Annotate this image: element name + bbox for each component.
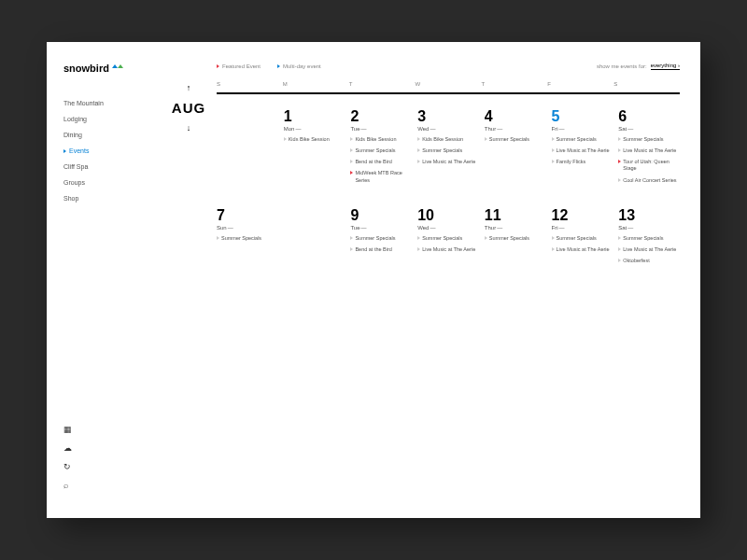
- event-list: Summer Specials: [485, 235, 546, 242]
- featured-flag-icon: [350, 171, 353, 175]
- event-list: Summer Specials: [217, 235, 278, 242]
- event-title: Oktoberfest: [623, 258, 649, 264]
- event-item[interactable]: MidWeek MTB Race Series: [350, 170, 412, 183]
- event-item[interactable]: Live Music at The Aerie: [417, 159, 479, 165]
- calendar-day[interactable]: 13SatSummer SpecialsLive Music at The Ae…: [618, 208, 680, 292]
- calendar-day[interactable]: 9TueSummer SpecialsBend at the Bird: [350, 208, 412, 292]
- weather-icon[interactable]: ☁: [63, 443, 161, 453]
- nav-item-the-mountain[interactable]: The Mountain: [63, 100, 161, 106]
- event-item[interactable]: Bend at the Bird: [350, 159, 412, 165]
- event-item[interactable]: Family Flicks: [552, 159, 613, 165]
- event-item[interactable]: Summer Specials: [485, 235, 546, 242]
- event-title: Summer Specials: [422, 235, 462, 242]
- calendar: Featured Event Multi-day event show me e…: [217, 63, 680, 518]
- utility-nav: ▦ ☁ ↻ ⌕: [63, 425, 161, 518]
- camera-icon[interactable]: ▦: [63, 425, 161, 434]
- day-header: F: [547, 81, 613, 87]
- nav-item-events[interactable]: Events: [63, 147, 161, 154]
- calendar-day[interactable]: 5FriSummer SpecialsLive Music at The Aer…: [552, 109, 613, 193]
- day-header: T: [481, 81, 547, 87]
- day-name: Thur: [485, 225, 546, 231]
- sidebar: snowbird The MountainLodgingDiningEvents…: [47, 42, 161, 518]
- event-list: Summer SpecialsLive Music at The AerieFa…: [552, 136, 613, 165]
- calendar-grid: 1MonKids Bike Session2TueKids Bike Sessi…: [217, 94, 680, 292]
- day-number: 3: [417, 109, 479, 124]
- day-name: Fri: [552, 225, 613, 231]
- event-item[interactable]: Bend at the Bird: [350, 246, 412, 253]
- event-list: Summer SpecialsLive Music at The Aerie: [417, 235, 479, 253]
- nav-item-shop[interactable]: Shop: [63, 195, 161, 202]
- event-item[interactable]: Summer Specials: [417, 235, 479, 242]
- day-number: 1: [284, 109, 345, 124]
- calendar-day[interactable]: 2TueKids Bike SessionSummer SpecialsBend…: [350, 109, 412, 193]
- day-name: Thur: [485, 126, 546, 132]
- calendar-day[interactable]: 4ThurSummer Specials: [485, 109, 546, 193]
- event-title: MidWeek MTB Race Series: [355, 170, 412, 183]
- day-name: Wed: [417, 126, 479, 132]
- event-item[interactable]: Summer Specials: [618, 235, 680, 242]
- nav-item-groups[interactable]: Groups: [63, 179, 161, 186]
- day-header: M: [283, 81, 349, 87]
- calendar-day[interactable]: 6SatSummer SpecialsLive Music at The Aer…: [618, 109, 680, 193]
- event-item[interactable]: Live Music at The Aerie: [552, 246, 613, 253]
- event-item[interactable]: Summer Specials: [417, 147, 479, 154]
- event-title: Live Music at The Aerie: [623, 147, 676, 154]
- filter-dropdown[interactable]: everything: [651, 63, 680, 70]
- calendar-day[interactable]: 12FriSummer SpecialsLive Music at The Ae…: [552, 208, 613, 292]
- event-title: Summer Specials: [557, 235, 597, 242]
- chevron-right-icon: [552, 247, 555, 251]
- event-item[interactable]: Live Music at The Aerie: [552, 147, 613, 154]
- chevron-right-icon: [350, 160, 353, 163]
- event-item[interactable]: Live Music at The Aerie: [618, 246, 680, 253]
- calendar-day[interactable]: [217, 109, 278, 193]
- event-item[interactable]: Live Music at The Aerie: [417, 246, 479, 253]
- day-number: 4: [485, 109, 546, 124]
- next-month-button[interactable]: ↓: [187, 123, 191, 133]
- event-title: Kids Bike Session: [355, 136, 396, 143]
- prev-month-button[interactable]: ↑: [187, 83, 191, 92]
- event-title: Bend at the Bird: [355, 246, 391, 253]
- chevron-right-icon: [350, 148, 353, 152]
- event-item[interactable]: Summer Specials: [217, 235, 278, 242]
- event-title: Live Music at The Aerie: [422, 159, 475, 165]
- event-item[interactable]: Summer Specials: [350, 235, 412, 242]
- calendar-day[interactable]: 3WedKids Bike SessionSummer SpecialsLive…: [417, 109, 479, 193]
- event-item[interactable]: Summer Specials: [552, 136, 613, 143]
- logo[interactable]: snowbird: [63, 63, 161, 74]
- day-name: Sat: [618, 126, 680, 132]
- event-item[interactable]: Live Music at The Aerie: [618, 147, 680, 154]
- calendar-day[interactable]: 10WedSummer SpecialsLive Music at The Ae…: [417, 208, 479, 292]
- event-title: Summer Specials: [221, 235, 261, 242]
- calendar-day[interactable]: 11ThurSummer Specials: [485, 208, 546, 292]
- event-item[interactable]: Tour of Utah: Queen Stage: [618, 159, 680, 172]
- day-header: S: [217, 81, 283, 87]
- event-list: Summer SpecialsLive Music at The AerieOk…: [618, 235, 680, 264]
- main-content: ↑ AUG ↓ Featured Event Multi-day event s…: [161, 42, 700, 518]
- calendar-day[interactable]: [284, 208, 345, 292]
- nav-item-cliff-spa[interactable]: Cliff Spa: [63, 163, 161, 170]
- event-item[interactable]: Summer Specials: [552, 235, 613, 242]
- nav-item-lodging[interactable]: Lodging: [63, 116, 161, 122]
- chevron-right-icon: [417, 247, 420, 251]
- search-icon[interactable]: ⌕: [63, 481, 161, 490]
- event-item[interactable]: Kids Bike Session: [417, 136, 479, 143]
- flag-icon: [277, 64, 280, 68]
- event-item[interactable]: Oktoberfest: [618, 258, 680, 264]
- event-list: Summer SpecialsLive Music at The Aerie: [552, 235, 613, 253]
- event-item[interactable]: Kids Bike Session: [350, 136, 412, 143]
- event-item[interactable]: Kids Bike Session: [284, 136, 345, 143]
- filter-label: show me events for:: [597, 63, 647, 69]
- chevron-right-icon: [618, 137, 621, 141]
- event-item[interactable]: Cool Air Concert Series: [618, 177, 680, 184]
- event-item[interactable]: Summer Specials: [485, 136, 546, 143]
- event-title: Live Music at The Aerie: [623, 246, 676, 253]
- event-item[interactable]: Summer Specials: [350, 147, 412, 154]
- nav-item-dining[interactable]: Dining: [63, 132, 161, 138]
- calendar-day[interactable]: 7SunSummer Specials: [217, 208, 278, 292]
- flag-icon: [217, 64, 219, 68]
- calendar-day[interactable]: 1MonKids Bike Session: [284, 109, 345, 193]
- day-name: Mon: [284, 126, 345, 132]
- event-item[interactable]: Summer Specials: [618, 136, 680, 143]
- share-icon[interactable]: ↻: [63, 462, 161, 471]
- day-header: W: [416, 81, 482, 87]
